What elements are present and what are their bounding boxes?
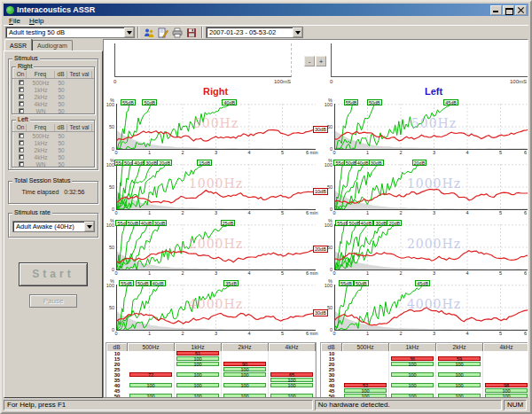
detection-value: 100 (176, 383, 219, 387)
session-edit-icon[interactable] (157, 27, 169, 39)
result-cell: 100 (222, 394, 269, 398)
x-axis-tick: 3 (433, 331, 435, 336)
results-col-header: 500Hz (342, 343, 389, 351)
x-axis-tick: 2 (182, 150, 184, 155)
y-axis-tick: 100 (106, 283, 114, 288)
x-axis-tick: 2 (400, 210, 403, 215)
stimulus-col-header: Freq (27, 71, 55, 78)
stimulus-row: 500Hz50 (12, 79, 94, 86)
detection-label: 50dB (136, 280, 151, 286)
stimulus-col-header: On (15, 71, 27, 78)
x-axis-labels: 0123456 min (322, 270, 528, 277)
stimulus-row: 500Hz50 (12, 132, 94, 139)
results-header: dB500Hz1kHz2kHz4kHz (321, 343, 528, 351)
stimulus-header: OnFreqdBTest val (12, 71, 94, 79)
x-axis-labels: 0123456 min (104, 210, 318, 217)
detection-value: 52 (344, 383, 387, 387)
y-axis-tick: 100 (325, 223, 332, 228)
detection-label: 35dB (223, 280, 239, 286)
detection-value: 100 (344, 394, 387, 398)
detection-value: 100 (438, 362, 481, 366)
detection-label: 30dB (369, 160, 384, 166)
on-checkbox[interactable] (19, 94, 24, 99)
dropdown-arrow-icon[interactable] (84, 222, 94, 231)
assr-chart-left-1000hz: %1005001000Hz55dB50dB40dB30dB20dB15dB012… (322, 159, 528, 219)
x-axis-tick: 3 (433, 210, 435, 215)
on-checkbox[interactable] (19, 101, 24, 106)
detection-label: 20dB (157, 160, 172, 166)
protocol-select[interactable]: Adult testing 50 dB (5, 27, 135, 38)
session-status-group: Total Session Status Time elapsed 0:32:5… (8, 181, 98, 204)
db-value: 50 (55, 147, 67, 153)
assr-chart-right-1000hz: %1005001000Hz55dB50dB40dB30dB20dB15dB10d… (104, 159, 318, 219)
on-checkbox[interactable] (19, 87, 24, 92)
detection-label: 45dB (443, 99, 458, 105)
x-axis-tick: 1 (366, 210, 369, 215)
freq-label: 2kHz (27, 147, 55, 153)
plot-area: 500Hz (334, 104, 528, 150)
stimulus-rate-select[interactable]: Adult Awake (40Hz) (12, 221, 95, 232)
db-value: 50 (55, 108, 67, 114)
x-axis-tick: 1 (366, 150, 369, 155)
detection-value: 100 (176, 356, 219, 361)
print-icon[interactable] (171, 27, 184, 39)
session-select[interactable]: 2007-01-23 - 05-53-02 (206, 27, 303, 38)
x-axis-tick: 5 (281, 270, 284, 276)
on-checkbox[interactable] (19, 108, 24, 113)
stimulus-header: OnFreqdBTest val (12, 124, 94, 132)
stimulus-row: WN50 (12, 160, 94, 168)
maximize-icon[interactable] (503, 5, 514, 15)
on-checkbox[interactable] (19, 80, 24, 85)
pause-button[interactable]: Pause (29, 294, 77, 308)
on-cell (15, 140, 27, 146)
dropdown-arrow-icon[interactable] (293, 27, 302, 37)
save-icon[interactable] (185, 27, 198, 39)
eeg-x-start: 0 (330, 79, 332, 84)
on-checkbox[interactable] (19, 133, 24, 138)
eeg-x-end: 100mS (274, 79, 291, 84)
db-value: 50 (55, 133, 67, 139)
x-axis-tick: 1 (366, 270, 369, 276)
tab-audiogram[interactable]: Audiogram (32, 40, 73, 51)
y-axis-labels: %100500 (104, 279, 115, 332)
patients-icon[interactable] (143, 27, 155, 39)
tab-assr[interactable]: ASSR (4, 39, 32, 51)
y-axis-tick: 50 (109, 184, 114, 190)
time-elapsed-label: Time elapsed (22, 189, 59, 195)
x-axis-tick: 5 (499, 210, 502, 215)
detection-value: 100 (391, 362, 434, 366)
detection-label: 20dB (412, 160, 427, 166)
close-icon[interactable] (515, 5, 527, 15)
app-icon (6, 6, 14, 14)
freq-label: 1kHz (27, 140, 55, 146)
plot-area: 500Hz (116, 104, 316, 150)
x-axis-tick: 1 (366, 331, 369, 336)
x-axis-tick: 3 (433, 150, 435, 155)
db-value: 50 (55, 101, 67, 107)
status-num-indicator: NUM (504, 400, 527, 410)
eeg-x-end: 100mS (510, 79, 527, 84)
start-button[interactable]: Start (19, 262, 88, 286)
session-status-title: Total Session Status (12, 177, 72, 184)
x-axis-tick: 1 (148, 150, 151, 155)
on-checkbox[interactable] (19, 154, 24, 160)
result-cell: 100 (342, 394, 389, 398)
on-checkbox[interactable] (19, 161, 24, 167)
menu-file[interactable]: File (5, 17, 24, 25)
eeg-zoom-out-button[interactable]: - (304, 56, 315, 66)
stimulus-row: 1kHz50 (12, 139, 94, 146)
minimize-icon[interactable] (490, 5, 502, 15)
on-checkbox[interactable] (19, 140, 24, 145)
on-checkbox[interactable] (19, 147, 24, 152)
stimulus-rate-title: Stimulus rate (12, 209, 52, 216)
x-axis-tick: 0 (115, 150, 118, 155)
time-elapsed-value: 0:32:56 (64, 189, 84, 195)
y-axis-tick: 50 (109, 124, 114, 129)
menu-help[interactable]: Help (26, 17, 47, 25)
eeg-zoom-in-button[interactable]: + (316, 56, 326, 66)
x-axis-tick: 4 (248, 150, 251, 155)
dropdown-arrow-icon[interactable] (124, 27, 134, 37)
results-col-header: 1kHz (175, 343, 222, 351)
toolbar-separator (201, 27, 203, 38)
db-value: 50 (55, 94, 67, 100)
